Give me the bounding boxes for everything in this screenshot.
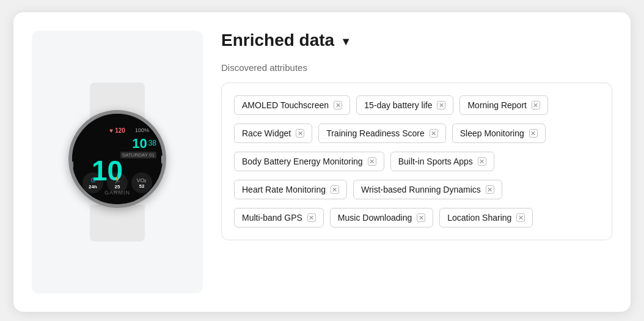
tag-location-sharing-label: Location Sharing — [447, 213, 511, 223]
watch-battery: 100% — [135, 127, 149, 133]
tags-row-1: AMOLED Touchscreen ✕ 15-day battery life… — [234, 95, 599, 115]
tag-sleep-monitoring: Sleep Monitoring ✕ — [452, 124, 546, 143]
widget-time-label: 24h — [89, 184, 97, 190]
watch-section: ♥ 120 100% 10 10 38 — [32, 31, 203, 293]
tag-battery-life: 15-day battery life ✕ — [356, 95, 453, 115]
watch-container: ♥ 120 100% 10 10 38 — [50, 83, 185, 242]
widget-time: ⊙ 24h — [82, 172, 103, 193]
tag-heart-rate: Heart Rate Monitoring ✕ — [234, 180, 347, 199]
tag-training-readiness-label: Training Readiness Score — [326, 128, 425, 138]
tag-running-dynamics-close[interactable]: ✕ — [486, 185, 494, 194]
tag-battery-life-label: 15-day battery life — [364, 100, 432, 110]
watch-brand: GARMIN — [104, 190, 130, 196]
side-button-right-2 — [161, 170, 164, 179]
tag-builtin-sports-close[interactable]: ✕ — [478, 157, 486, 166]
widget-steps-value: 25 — [115, 184, 120, 190]
tag-location-sharing-close[interactable]: ✕ — [516, 213, 525, 222]
tag-morning-report: Morning Report ✕ — [459, 95, 548, 115]
tag-multiband-gps: Multi-band GPS ✕ — [234, 208, 324, 227]
battery-value: 100% — [135, 127, 149, 133]
attributes-label: Discovered attributes — [221, 62, 612, 73]
tag-sleep-monitoring-label: Sleep Monitoring — [460, 128, 524, 138]
dropdown-arrow-icon[interactable]: ▼ — [340, 35, 351, 48]
tag-body-battery-close[interactable]: ✕ — [368, 157, 376, 166]
watch-body: ♥ 120 100% 10 10 38 — [68, 110, 166, 208]
tag-battery-life-close[interactable]: ✕ — [437, 101, 445, 109]
tag-running-dynamics-label: Wrist-based Running Dynamics — [361, 185, 481, 194]
tag-amoled-close[interactable]: ✕ — [334, 101, 342, 109]
watch-seconds: 38 — [148, 139, 156, 147]
heart-rate-value: 120 — [115, 127, 125, 134]
tag-training-readiness-close[interactable]: ✕ — [430, 129, 438, 138]
tag-builtin-sports: Built-in Sports Apps ✕ — [390, 152, 494, 171]
heart-icon: ♥ — [109, 127, 113, 134]
watch-heart-row: ♥ 120 — [109, 127, 125, 134]
watch-face: ♥ 120 100% 10 10 38 — [72, 114, 163, 204]
tag-music-downloading-label: Music Downloading — [338, 213, 412, 223]
tag-race-widget-label: Race Widget — [242, 128, 291, 138]
tag-heart-rate-close[interactable]: ✕ — [331, 185, 339, 194]
tag-location-sharing: Location Sharing ✕ — [439, 208, 533, 227]
tag-morning-report-close[interactable]: ✕ — [532, 101, 540, 109]
watch-date: SATURDAY 01 — [120, 152, 156, 158]
tag-sleep-monitoring-close[interactable]: ✕ — [529, 129, 538, 138]
tag-music-downloading-close[interactable]: ✕ — [417, 213, 425, 222]
main-card: ♥ 120 100% 10 10 38 — [13, 12, 631, 312]
watch-band-bottom — [90, 205, 145, 242]
tag-race-widget-close[interactable]: ✕ — [296, 129, 304, 138]
side-button-right-1 — [161, 155, 164, 164]
tag-heart-rate-label: Heart Rate Monitoring — [242, 185, 326, 194]
tag-race-widget: Race Widget ✕ — [234, 124, 312, 143]
tag-morning-report-label: Morning Report — [467, 100, 527, 110]
section-title: Enriched data — [221, 31, 334, 50]
tags-row-5: Multi-band GPS ✕ Music Downloading ✕ Loc… — [234, 208, 599, 227]
tag-multiband-gps-close[interactable]: ✕ — [307, 213, 316, 222]
tag-music-downloading: Music Downloading ✕ — [330, 208, 433, 227]
tags-row-2: Race Widget ✕ Training Readiness Score ✕… — [234, 124, 599, 143]
data-section: Enriched data ▼ Discovered attributes AM… — [221, 31, 612, 293]
tags-row-4: Heart Rate Monitoring ✕ Wrist-based Runn… — [234, 180, 599, 199]
watch-time-secondary: 10 — [132, 137, 147, 150]
widget-vo2: VO₂ 52 — [131, 172, 152, 193]
side-button-left-1 — [70, 161, 73, 170]
tag-body-battery-label: Body Battery Energy Monitoring — [242, 157, 363, 166]
tag-training-readiness: Training Readiness Score ✕ — [318, 124, 446, 143]
tag-amoled-label: AMOLED Touchscreen — [242, 100, 329, 110]
tag-builtin-sports-label: Built-in Sports Apps — [398, 157, 473, 166]
tag-multiband-gps-label: Multi-band GPS — [242, 213, 302, 223]
tag-running-dynamics: Wrist-based Running Dynamics ✕ — [353, 180, 502, 199]
tags-row-3: Body Battery Energy Monitoring ✕ Built-i… — [234, 152, 599, 171]
tags-container: AMOLED Touchscreen ✕ 15-day battery life… — [221, 83, 612, 240]
tag-body-battery: Body Battery Energy Monitoring ✕ — [234, 152, 384, 171]
widget-vo2-value: 52 — [139, 183, 145, 189]
side-button-left-2 — [70, 176, 73, 185]
section-header: Enriched data ▼ — [221, 31, 612, 50]
tag-amoled: AMOLED Touchscreen ✕ — [234, 95, 350, 115]
